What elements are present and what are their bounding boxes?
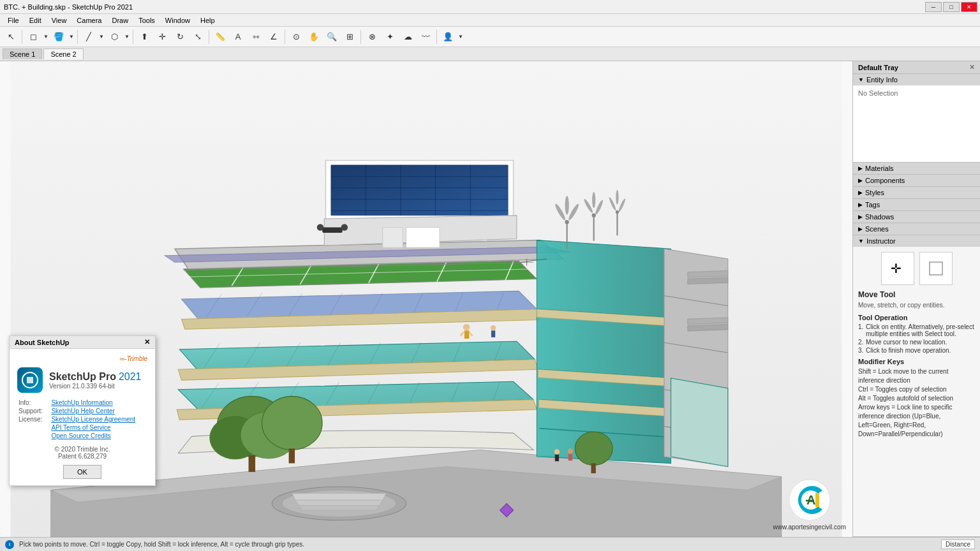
eraser-tool-button[interactable]: ◻ — [25, 29, 41, 45]
sketchup-version: Version 21.0.339 64-bit — [49, 383, 142, 390]
dimensions-button[interactable]: ⇿ — [248, 29, 264, 45]
scenesbar: Scene 1 Scene 2 — [0, 47, 980, 61]
tray-close-button[interactable]: ✕ — [969, 63, 975, 71]
svg-point-85 — [565, 220, 568, 224]
move-tool-icon-secondary — [919, 252, 953, 285]
svg-point-80 — [262, 396, 323, 450]
zoom-window-button[interactable]: ⊞ — [341, 29, 358, 45]
menu-file[interactable]: File — [3, 15, 24, 26]
menu-help[interactable]: Help — [195, 15, 220, 26]
status-distance-field[interactable]: Distance — [941, 540, 975, 549]
toolbar-separator-5 — [285, 30, 285, 44]
protractor-button[interactable]: ∠ — [265, 29, 282, 45]
entity-info-header[interactable]: ▼ Entity Info — [853, 74, 980, 85]
styles-arrow-icon: ▶ — [858, 189, 863, 196]
close-button[interactable]: ✕ — [961, 2, 977, 12]
instructor-step-1: Click on entity. Alternatively, pre-sele… — [858, 323, 975, 337]
api-link[interactable]: API Terms of Service — [51, 424, 110, 431]
components-arrow-icon: ▶ — [858, 177, 863, 184]
tape-measure-button[interactable]: 📏 — [212, 29, 228, 45]
about-ok-button[interactable]: OK — [63, 465, 101, 479]
info-link[interactable]: SketchUp Information — [51, 399, 112, 406]
support-link[interactable]: SketchUp Help Center — [51, 408, 115, 415]
move-button[interactable]: ✛ — [154, 29, 170, 45]
svg-point-90 — [592, 214, 596, 217]
status-distance-label: Distance — [946, 541, 970, 548]
viewport[interactable]: About SketchUp ✕ ∞-Trimble SketchUp Pro — [0, 61, 852, 537]
shadows-label: Shadows — [865, 213, 894, 221]
instructor-tool-subtitle: Move, stretch, or copy entities. — [858, 302, 975, 309]
shape-dropdown-arrow[interactable]: ▼ — [124, 29, 130, 45]
svg-rect-112 — [555, 455, 559, 462]
styles-header[interactable]: ▶ Styles — [853, 187, 980, 198]
menu-edit[interactable]: Edit — [24, 15, 47, 26]
svg-rect-124 — [930, 262, 942, 275]
svg-rect-114 — [568, 454, 572, 461]
account-dropdown-arrow[interactable]: ▼ — [457, 29, 464, 45]
right-panel: Default Tray ✕ ▼ Entity Info No Selectio… — [852, 61, 980, 537]
main-layout: About SketchUp ✕ ∞-Trimble SketchUp Pro — [0, 61, 980, 537]
shadows-button[interactable]: ☁ — [399, 29, 416, 45]
entity-info-arrow-icon: ▼ — [858, 77, 864, 83]
trimble-logo: ∞-Trimble — [17, 355, 147, 362]
sketchup-product-name: SketchUp Pro — [49, 371, 116, 383]
entity-info-content: No Selection — [853, 85, 980, 162]
pan-button[interactable]: ✋ — [306, 29, 322, 45]
license-link[interactable]: SketchUp License Agreement — [51, 416, 135, 423]
sketchup-logo-area: SketchUp Pro 2021 Version 21.0.339 64-bi… — [17, 367, 147, 393]
about-close-icon[interactable]: ✕ — [144, 338, 150, 346]
scenes-panel-label: Scenes — [865, 225, 889, 233]
select-tool-button[interactable]: ↖ — [3, 29, 19, 45]
line-dropdown-arrow[interactable]: ▼ — [98, 29, 105, 45]
shadows-header[interactable]: ▶ Shadows — [853, 211, 980, 223]
minimize-button[interactable]: ─ — [925, 2, 942, 12]
toolbar-separator-3 — [133, 30, 133, 44]
shape-tool-button[interactable]: ⬡ — [106, 29, 122, 45]
materials-header[interactable]: ▶ Materials — [853, 163, 980, 174]
toolbar-separator-6 — [360, 30, 361, 44]
instructor-header[interactable]: ▼ Instructor — [853, 235, 980, 247]
toolbar-separator-7 — [436, 30, 437, 44]
menu-draw[interactable]: Draw — [107, 15, 133, 26]
tags-arrow-icon: ▶ — [858, 202, 863, 208]
section-plane-button[interactable]: ⊗ — [364, 29, 380, 45]
svg-point-98 — [616, 190, 618, 205]
pushpull-button[interactable]: ⬆ — [136, 29, 152, 45]
components-header[interactable]: ▶ Components — [853, 175, 980, 186]
about-ok-area: OK — [17, 465, 147, 479]
oss-link[interactable]: Open Source Credits — [51, 432, 110, 439]
svg-rect-79 — [249, 455, 256, 472]
menu-camera[interactable]: Camera — [71, 15, 107, 26]
paint-bucket-button[interactable]: 🪣 — [50, 29, 67, 45]
styles-section: ▶ Styles — [853, 187, 980, 199]
orbit-button[interactable]: ⊙ — [288, 29, 304, 45]
account-button[interactable]: 👤 — [440, 29, 456, 45]
svg-rect-81 — [289, 448, 295, 463]
menu-window[interactable]: Window — [160, 15, 195, 26]
fog-button[interactable]: 〰 — [417, 29, 434, 45]
svg-point-106 — [491, 325, 496, 330]
paint-dropdown-arrow[interactable]: ▼ — [68, 29, 75, 45]
rotate-button[interactable]: ↻ — [172, 29, 188, 45]
about-header: About SketchUp ✕ — [10, 336, 155, 349]
svg-point-101 — [341, 224, 348, 231]
zoom-button[interactable]: 🔍 — [323, 29, 340, 45]
eraser-dropdown-arrow[interactable]: ▼ — [43, 29, 49, 45]
move-tool-icon-primary: ✛ — [881, 252, 914, 285]
about-panel: About SketchUp ✕ ∞-Trimble SketchUp Pro — [9, 335, 156, 486]
scale-button[interactable]: ⤡ — [189, 29, 206, 45]
svg-marker-75 — [671, 378, 728, 467]
scenes-panel-header[interactable]: ▶ Scenes — [853, 223, 980, 235]
sketchup-name-area: SketchUp Pro 2021 Version 21.0.339 64-bi… — [49, 371, 142, 390]
menu-tools[interactable]: Tools — [133, 15, 160, 26]
scene-tab-1[interactable]: Scene 1 — [3, 48, 42, 59]
instructor-step-3: Click to finish move operation. — [858, 347, 975, 354]
tags-header[interactable]: ▶ Tags — [853, 199, 980, 210]
scene-tab-2[interactable]: Scene 2 — [43, 48, 83, 59]
instructor-label: Instructor — [866, 237, 896, 245]
line-tool-button[interactable]: ╱ — [80, 29, 97, 45]
axes-button[interactable]: ✦ — [382, 29, 398, 45]
menu-view[interactable]: View — [47, 15, 72, 26]
text-tool-button[interactable]: A — [230, 29, 246, 45]
maximize-button[interactable]: □ — [943, 2, 960, 12]
